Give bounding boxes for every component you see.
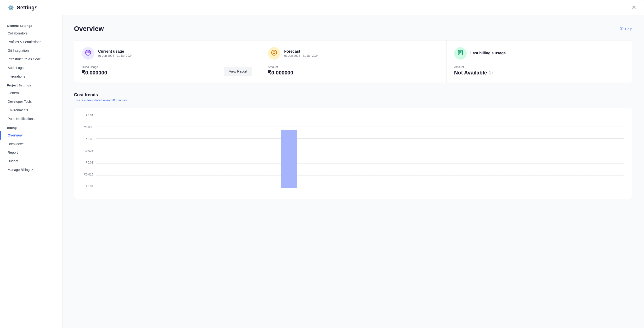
app-window: ⚙️ Settings ✕ General Settings Collabora… [0,0,644,328]
last-billing-title: Last billing's usage [470,51,506,55]
forecast-body: Amount ₹0.000000 [268,65,438,76]
page-title: Overview [74,25,104,32]
y-label-0: ₹0.04 [82,114,95,117]
sidebar-item-report[interactable]: Report [0,148,62,157]
sidebar-item-breakdown[interactable]: Breakdown [0,140,62,148]
general-settings-section: General Settings [0,21,62,29]
close-button[interactable]: ✕ [632,5,636,10]
billed-usage-amount: ₹0.000000 [82,70,107,76]
y-label-1: ₹0.035 [82,126,95,129]
chart-container: ₹0.04 ₹0.035 ₹0.03 ₹0.025 ₹0.02 ₹0.015 ₹… [74,108,632,199]
chart-icon [85,50,91,57]
cost-trends-section: Cost trends This is auto-updated every 3… [74,92,632,199]
view-report-button[interactable]: View Report [224,67,252,76]
cost-trends-title: Cost trends [74,92,632,98]
y-label-3: ₹0.025 [82,149,95,152]
sidebar-item-git-integration[interactable]: Git Integration [0,46,62,55]
card-header-last-billing: Last billing's usage [454,47,624,60]
sidebar-item-environments[interactable]: Environments [0,106,62,114]
title-bar-left: ⚙️ Settings [8,4,38,11]
sidebar-item-overview[interactable]: Overview [0,131,62,140]
sidebar-item-general[interactable]: General [0,88,62,97]
page-header: Overview ⓘ Help [74,25,632,32]
forecast-amount: ₹0.000000 [268,70,293,76]
sidebar-item-budget[interactable]: Budget [0,157,62,166]
y-label-6: ₹0.01 [82,184,95,188]
sidebar-item-developer-tools[interactable]: Developer Tools [0,97,62,106]
current-usage-icon-wrap [82,47,94,60]
last-billing-body: Amount Not Available ⓘ [454,65,624,76]
sidebar-item-collaborators[interactable]: Collaborators [0,29,62,38]
forecast-card: Forecast 01 Jan 2024 - 31 Jan 2024 Amoun… [260,40,446,82]
card-header-forecast: Forecast 01 Jan 2024 - 31 Jan 2024 [268,47,438,60]
last-billing-amount-label: Amount [454,65,493,69]
forecast-subtitle: 01 Jan 2024 - 31 Jan 2024 [284,54,318,58]
billing-icon [457,50,464,57]
not-available-info-icon[interactable]: ⓘ [489,70,493,76]
y-label-2: ₹0.03 [82,138,95,141]
external-link-icon: ↗ [31,168,33,172]
sidebar-item-manage-billing[interactable]: Manage Billing ↗ [0,166,62,174]
svg-point-2 [273,52,275,54]
help-link[interactable]: ⓘ Help [620,26,632,31]
current-usage-card: Current usage 01 Jan 2024 - 01 Jan 2024 … [74,40,260,82]
billing-section: Billing [0,123,62,131]
chart-bar [281,130,297,188]
forecast-icon-wrap [268,47,280,60]
help-circle-icon: ⓘ [620,26,624,31]
billing-cards-row: Current usage 01 Jan 2024 - 01 Jan 2024 … [74,40,632,83]
sidebar-item-audit-logs[interactable]: Audit Logs [0,64,62,72]
billed-usage-label: Billed Usage [82,65,107,69]
current-usage-subtitle: 01 Jan 2024 - 01 Jan 2024 [98,54,132,58]
not-available-text: Not Available [454,70,487,76]
chart-plot [96,114,624,188]
y-label-5: ₹0.015 [82,173,95,176]
last-billing-icon-wrap [454,47,466,60]
forecast-title: Forecast [284,49,318,54]
sidebar: General Settings Collaborators Profiles … [0,15,62,328]
forecast-icon [271,50,277,57]
sidebar-item-integrations[interactable]: Integrations [0,72,62,81]
chart-y-labels: ₹0.04 ₹0.035 ₹0.03 ₹0.025 ₹0.02 ₹0.015 ₹… [82,114,95,188]
card-header-current: Current usage 01 Jan 2024 - 01 Jan 2024 [82,47,252,60]
sidebar-item-profiles-permissions[interactable]: Profiles & Permissions [0,38,62,46]
sidebar-item-push-notifications[interactable]: Push Notifications [0,114,62,123]
window-title: Settings [17,4,38,11]
forecast-amount-label: Amount [268,65,293,69]
title-bar: ⚙️ Settings ✕ [0,0,644,15]
y-label-4: ₹0.02 [82,161,95,164]
sidebar-item-infrastructure-as-code[interactable]: Infrastructure as Code [0,55,62,64]
settings-icon: ⚙️ [8,5,14,10]
cost-trends-subtitle: This is auto-updated every 30 minutes. [74,98,632,102]
main-layout: General Settings Collaborators Profiles … [0,15,644,328]
current-usage-body: Billed Usage ₹0.000000 View Report [82,65,252,76]
last-billing-card: Last billing's usage Amount Not Availabl… [446,40,632,82]
main-content: Overview ⓘ Help [62,15,644,328]
current-usage-title: Current usage [98,49,132,54]
chart-inner: ₹0.04 ₹0.035 ₹0.03 ₹0.025 ₹0.02 ₹0.015 ₹… [82,114,624,195]
project-settings-section: Project Settings [0,81,62,88]
